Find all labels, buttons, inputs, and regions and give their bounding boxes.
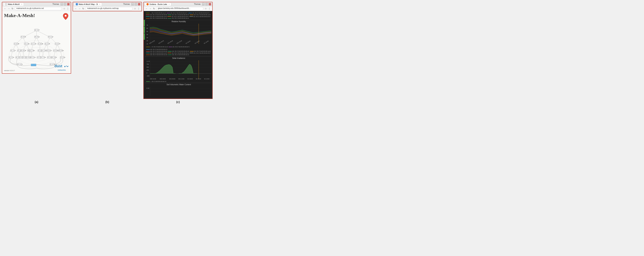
- svg-text:-250: -250: [146, 75, 150, 77]
- svg-text:50-17-d4: 50-17-d4: [41, 57, 46, 58]
- caption-b: (b): [72, 100, 142, 104]
- svg-text:60: 60: [146, 28, 148, 29]
- user-name-c: Thomas: [194, 3, 200, 5]
- svg-text:8/31 08:00: 8/31 08:00: [170, 78, 176, 80]
- menu-btn-a[interactable]: ⋮: [66, 7, 69, 10]
- svg-text:9/1 00:00: 9/1 00:00: [186, 40, 191, 44]
- tab-bar-b: Make-A-Mesh! Map - 3t ×: [74, 2, 122, 6]
- window-controls-a: — □ ×: [60, 3, 70, 6]
- tab-favicon-a: [5, 3, 7, 5]
- svg-text:9/1 16:00: 9/1 16:00: [204, 40, 209, 44]
- minimize-btn-b[interactable]: —: [131, 3, 134, 6]
- star-btn-c[interactable]: ☆: [204, 7, 207, 10]
- tab-close-a[interactable]: ×: [21, 3, 22, 5]
- content-c: — 00-17-0d-00-00-60-1e-af s3x: 00-17-0d-…: [144, 11, 212, 98]
- svg-text:38-12-d6: 38-12-d6: [45, 43, 50, 44]
- close-btn-a[interactable]: ×: [67, 3, 70, 6]
- tab-title-a: Make-A-Mesh!: [8, 3, 20, 5]
- back-btn-b[interactable]: ←: [74, 7, 77, 10]
- svg-text:8/31 16:00: 8/31 16:00: [176, 40, 182, 44]
- svg-text:55-17-80: 55-17-80: [30, 50, 35, 51]
- svg-text:55-01-72: 55-01-72: [47, 50, 52, 51]
- svg-text:30: 30: [146, 37, 148, 38]
- minimize-btn-a[interactable]: —: [60, 3, 63, 6]
- grafana-legend-top: — 00-17-0d-00-00-60-1e-af s3x: 00-17-0d-…: [144, 12, 212, 20]
- soil-chart-title: Soil Volumetric Water Content: [146, 83, 211, 86]
- window-a: Make-A-Mesh! × Thomas — □ × ← → ↻ makeam…: [2, 2, 71, 74]
- tab-close-b[interactable]: ×: [99, 3, 100, 5]
- tab-title-c: Grafana - Bucks Lake: [150, 3, 167, 5]
- svg-text:55-ca-ff: 55-ca-ff: [11, 50, 16, 51]
- soil-chart-svg: 0.30: [146, 86, 211, 97]
- soil-chart-panel: Soil Volumetric Water Content 0.30: [144, 83, 212, 98]
- screenshots-row: Make-A-Mesh! × Thomas — □ × ← → ↻ makeam…: [2, 2, 213, 99]
- svg-text:60-c3-c4: 60-c3-c4: [30, 57, 36, 58]
- svg-point-103: [64, 66, 66, 67]
- refresh-btn-b[interactable]: ↻: [82, 7, 85, 10]
- titlebar-c: Grafana - Bucks Lake × Thomas — □ ×: [144, 2, 212, 6]
- url-field-b[interactable]: makeamesh.eu-gb.mybluemix.net/map: [86, 7, 133, 10]
- mesh-diagram: .node-label { font-size: 6px; fill: #333…: [4, 20, 69, 72]
- svg-text:30-11-33: 30-11-33: [31, 43, 36, 44]
- address-bar-c: ← → ↻ glaser.berkeley.edu:3000/dashboard…: [144, 6, 212, 11]
- solar-chart-panel: Solar Irradiance 1.0 K 750 500 250 0 -25…: [144, 56, 212, 83]
- svg-text:40: 40: [146, 34, 148, 35]
- refresh-btn-c[interactable]: ↻: [152, 7, 156, 10]
- mesh-title: Make-A-Mesh!: [4, 13, 69, 18]
- svg-text:0: 0: [146, 72, 148, 74]
- grafana-page: — 00-17-0d-00-00-60-1e-af s3x: 00-17-0d-…: [144, 11, 212, 98]
- close-btn-b[interactable]: ×: [138, 3, 140, 6]
- tab-favicon-b: [76, 3, 78, 5]
- svg-text:250: 250: [146, 69, 149, 71]
- window-c: Grafana - Bucks Lake × Thomas — □ × ← → …: [143, 2, 213, 99]
- content-a: Make-A-Mesh! .node: [2, 11, 71, 73]
- refresh-btn-a[interactable]: ↻: [11, 7, 14, 10]
- back-btn-c[interactable]: ←: [145, 7, 148, 10]
- tab-c[interactable]: Grafana - Bucks Lake ×: [145, 2, 171, 6]
- solar-chart-svg: 1.0 K 750 500 250 0 -250: [146, 60, 211, 80]
- menu-btn-c[interactable]: ⋮: [208, 7, 211, 10]
- url-field-c[interactable]: glaser.berkeley.edu:3000/dashboard/d...: [156, 7, 204, 10]
- forward-btn-a[interactable]: →: [7, 7, 10, 10]
- svg-text:9/1 00:00: 9/1 00:00: [187, 78, 193, 80]
- tab-a[interactable]: Make-A-Mesh! ×: [3, 2, 24, 6]
- tab-close-c[interactable]: ×: [169, 3, 170, 5]
- star-btn-b[interactable]: ☆: [134, 7, 136, 10]
- maximize-btn-a[interactable]: □: [64, 3, 66, 6]
- svg-text:70: 70: [146, 24, 148, 26]
- svg-text:60-13-f7: 60-13-f7: [35, 30, 40, 30]
- humidity-chart-title: Relative Humidity: [146, 20, 211, 23]
- svg-text:55-44-50: 55-44-50: [54, 50, 58, 51]
- back-btn-a[interactable]: ←: [4, 7, 6, 10]
- svg-point-104: [66, 66, 67, 66]
- forward-btn-b[interactable]: →: [78, 7, 81, 10]
- svg-text:0.30: 0.30: [146, 88, 150, 89]
- menu-btn-b[interactable]: ⋮: [137, 7, 140, 10]
- maximize-btn-b[interactable]: □: [134, 3, 137, 6]
- svg-text:500: 500: [146, 66, 149, 68]
- side-indicators: [144, 20, 145, 40]
- maximize-btn-c[interactable]: □: [205, 3, 208, 6]
- captions-row: (a) (b) (c): [2, 100, 213, 104]
- svg-text:10: 10: [146, 43, 148, 45]
- dust-logo: dust networks: [54, 64, 69, 72]
- svg-text:38-12-d6: 38-12-d6: [24, 43, 30, 44]
- close-btn-c[interactable]: ×: [208, 3, 211, 6]
- svg-point-2: [16, 44, 57, 65]
- svg-text:20: 20: [146, 40, 148, 42]
- map-icon: [62, 13, 69, 20]
- star-btn-a[interactable]: ☆: [63, 7, 66, 10]
- svg-text:8/30 16:00: 8/30 16:00: [150, 78, 156, 80]
- svg-text:55-60-60: 55-60-60: [38, 43, 43, 44]
- mesh-page: Make-A-Mesh! .node: [2, 11, 71, 73]
- url-field-a[interactable]: makeamesh.eu-gb.mybluemix.net: [15, 7, 62, 10]
- svg-text:8/30 16:00: 8/30 16:00: [149, 40, 155, 44]
- svg-text:8/31 00:00: 8/31 00:00: [158, 40, 164, 44]
- window-b: Make-A-Mesh! Map - 3t × Thomas — □ × ← →…: [72, 2, 142, 11]
- tab-title-b: Make-A-Mesh! Map - 3t: [79, 3, 98, 5]
- forward-btn-c[interactable]: →: [149, 7, 152, 10]
- tab-b[interactable]: Make-A-Mesh! Map - 3t ×: [74, 2, 102, 6]
- window-controls-b: — □ ×: [131, 3, 140, 6]
- minimize-btn-c[interactable]: —: [202, 3, 204, 6]
- address-bar-b: ← → ↻ makeamesh.eu-gb.mybluemix.net/map …: [73, 6, 142, 11]
